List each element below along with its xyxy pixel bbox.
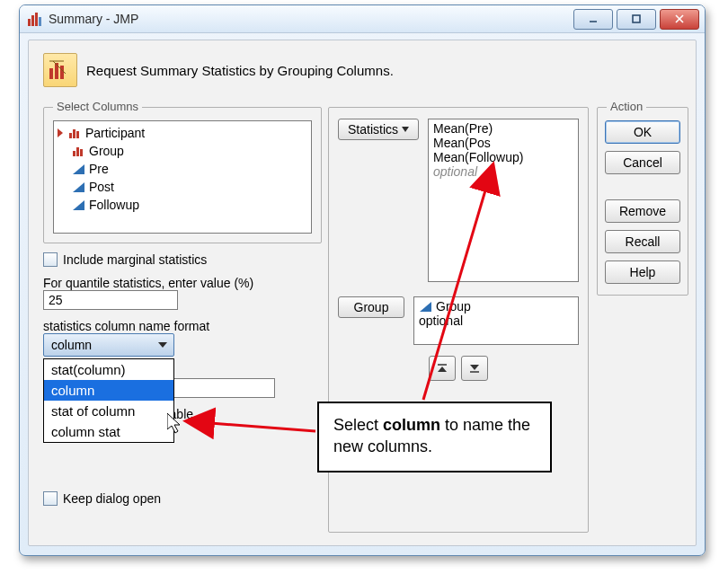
annotation-text-pre: Select [333,416,383,434]
annotation-arrow-left [0,0,728,574]
annotation-callout: Select column to name the new columns. [317,402,552,472]
svg-line-28 [188,421,315,431]
annotation-text-bold: column [383,416,440,434]
